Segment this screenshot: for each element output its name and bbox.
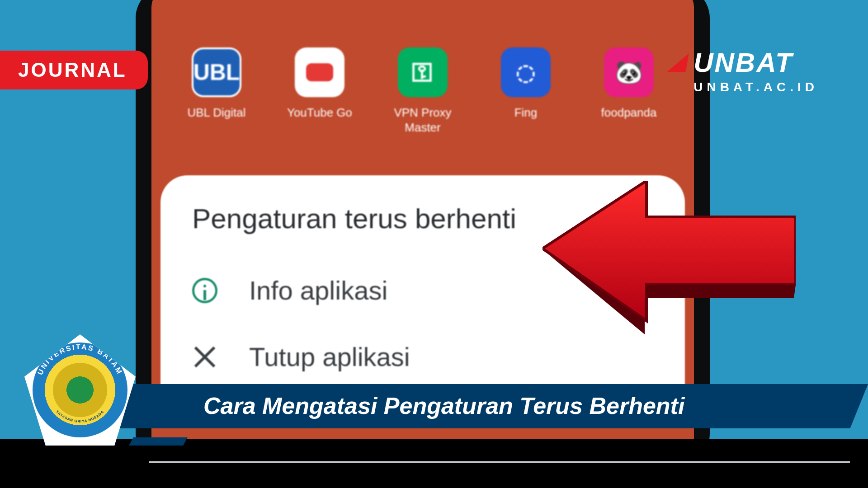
app-foodpanda[interactable]: 🐼 foodpanda [581,47,676,135]
app-icon-row: UBL UBL Digital YouTube Go ⚿ VPN Proxy M… [165,47,680,135]
brand-url: UNBAT.AC.ID [693,80,818,94]
youtube-icon [295,47,344,97]
svg-text:YAYASAN GRIYA HUSADA: YAYASAN GRIYA HUSADA [55,409,105,423]
brand-block: UNBAT UNBAT.AC.ID [668,47,818,94]
app-fing[interactable]: ◌ Fing [478,47,573,135]
dialog-option-info[interactable]: Info aplikasi [192,275,653,305]
app-ubl-digital[interactable]: UBL UBL Digital [169,47,264,135]
vpn-key-icon: ⚿ [398,47,448,97]
journal-badge: JOURNAL [0,51,148,89]
thumbnail-frame: UBL UBL Digital YouTube Go ⚿ VPN Proxy M… [0,0,868,488]
app-label: UBL Digital [187,105,245,120]
dialog-title: Pengaturan terus berhenti [192,202,653,235]
seal-ring: UNIVERSITAS BATAM YAYASAN GRIYA HUSADA [33,343,127,437]
foodpanda-icon: 🐼 [604,47,654,97]
app-label: Fing [514,105,538,120]
app-label: foodpanda [601,105,657,120]
info-icon [192,278,217,303]
university-seal: UNIVERSITAS BATAM YAYASAN GRIYA HUSADA [24,334,136,446]
lower-third-caption: Cara Mengatasi Pengaturan Terus Berhenti [203,392,684,419]
journal-badge-label: JOURNAL [18,59,127,81]
brand-name: UNBAT [693,47,793,78]
bottom-bar [0,439,868,488]
brand-name-row: UNBAT [668,47,818,78]
dialog-option-close[interactable]: Tutup aplikasi [192,342,653,372]
fing-icon: ◌ [501,47,551,97]
dialog-option-label: Info aplikasi [249,275,387,305]
seal-top-text: UNIVERSITAS BATAM [36,343,124,376]
ubl-icon: UBL [192,47,241,97]
bottom-accent [129,437,188,446]
svg-text:UNIVERSITAS BATAM: UNIVERSITAS BATAM [36,343,124,376]
seal-pentagon: UNIVERSITAS BATAM YAYASAN GRIYA HUSADA [24,334,136,446]
error-dialog: Pengaturan terus berhenti Info aplikasi … [160,175,685,410]
app-youtube-go[interactable]: YouTube Go [272,47,367,135]
app-label: YouTube Go [287,105,352,120]
bottom-divider [149,461,850,463]
close-icon [192,344,217,370]
dialog-option-label: Tutup aplikasi [249,342,410,372]
triangle-icon [666,53,689,72]
app-vpn-proxy-master[interactable]: ⚿ VPN Proxy Master [375,47,470,135]
app-label: VPN Proxy Master [375,105,470,135]
seal-bottom-text: YAYASAN GRIYA HUSADA [55,409,105,423]
